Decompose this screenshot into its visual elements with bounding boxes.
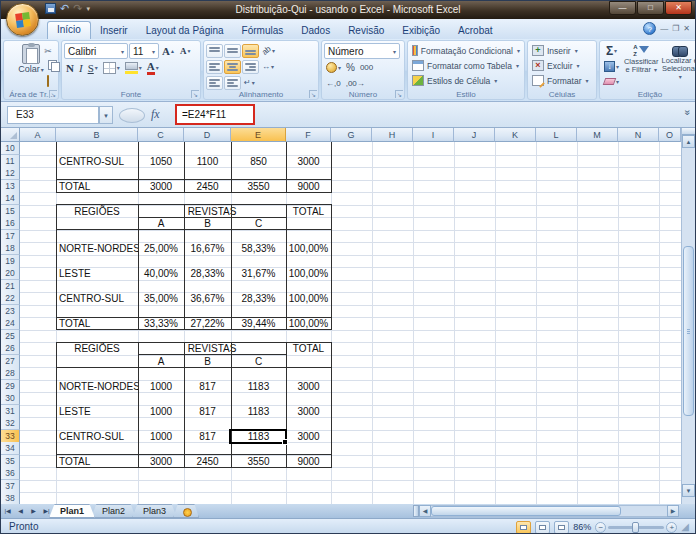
horizontal-scrollbar[interactable]: ◀ ▶ [413, 505, 679, 517]
zoom-in-icon[interactable]: + [666, 522, 677, 533]
vertical-scrollbar[interactable]: ▲ ▼ [681, 128, 695, 504]
shrink-font-button[interactable]: A▼ [178, 44, 193, 59]
font-name-select[interactable]: Calibri▾ [64, 43, 128, 59]
wrap-text-button[interactable]: ↵▾ [242, 75, 257, 90]
bold-button[interactable]: N [64, 60, 76, 75]
cell-F20[interactable]: 100,00% [286, 267, 331, 280]
row-header-30[interactable]: 30 [1, 392, 20, 405]
zoom-level[interactable]: 86% [573, 522, 591, 532]
alignment-dialog-launcher[interactable]: ↘ [309, 90, 317, 98]
cell-E31[interactable]: 1183 [231, 405, 286, 418]
font-size-select[interactable]: 11▾ [129, 43, 159, 59]
column-header-F[interactable]: F [286, 128, 331, 142]
qat-customize-icon[interactable]: ▾ [86, 5, 90, 13]
cell-F33[interactable]: 3000 [286, 430, 331, 443]
column-header-C[interactable]: C [138, 128, 184, 142]
formula-input[interactable]: =E24*F11 [175, 104, 255, 125]
column-header-G[interactable]: G [331, 128, 372, 142]
cell-D11[interactable]: 1100 [184, 155, 231, 168]
find-select-button[interactable]: Localizar e Selecionar ▾ [662, 43, 696, 88]
cell-E29[interactable]: 1183 [231, 380, 286, 393]
cell-B22[interactable]: CENTRO-SUL [56, 292, 138, 305]
decrease-indent-button[interactable] [206, 76, 223, 90]
cell-B11[interactable]: CENTRO-SUL [56, 155, 138, 168]
row-header-14[interactable]: 14 [1, 192, 20, 205]
align-center-button[interactable] [224, 60, 241, 74]
cell-D20[interactable]: 28,33% [184, 267, 231, 280]
workbook-close-button[interactable]: ✕ [683, 24, 690, 34]
cell-F11[interactable]: 3000 [286, 155, 331, 168]
cell-D31[interactable]: 817 [184, 405, 231, 418]
clear-button[interactable]: ▾ [602, 74, 621, 88]
merge-center-button[interactable]: ↔▾ [260, 59, 276, 74]
column-header-O[interactable]: O [659, 128, 681, 142]
tab-exibição[interactable]: Exibição [393, 22, 449, 39]
cell-B18[interactable]: NORTE-NORDESTE [56, 242, 138, 255]
cell-E18[interactable]: 58,33% [231, 242, 286, 255]
next-sheet-icon[interactable]: ▶ [27, 504, 40, 518]
align-top-button[interactable] [206, 44, 223, 58]
format-painter-icon[interactable] [41, 75, 55, 88]
scroll-up-icon[interactable]: ▲ [682, 135, 695, 148]
cell-B20[interactable]: LESTE [56, 267, 138, 280]
zoom-out-icon[interactable]: − [595, 522, 606, 533]
column-header-B[interactable]: B [56, 128, 138, 142]
column-header-E[interactable]: E [231, 128, 286, 142]
clipboard-dialog-launcher[interactable]: ↘ [49, 90, 57, 98]
cell-F22[interactable]: 100,00% [286, 292, 331, 305]
conditional-formatting-button[interactable]: Formatação Condicional▾ [410, 43, 522, 58]
sort-filter-button[interactable]: AZ Classificar e Filtrar ▾ [623, 43, 659, 88]
tab-fórmulas[interactable]: Fórmulas [233, 22, 293, 39]
vertical-scrollbar-thumb[interactable] [683, 246, 694, 416]
row-header-16[interactable]: 16 [1, 217, 20, 230]
column-header-A[interactable]: A [20, 128, 56, 142]
increase-indent-button[interactable] [224, 76, 241, 90]
cell-C11[interactable]: 1050 [138, 155, 184, 168]
font-color-button[interactable]: A▾ [145, 60, 161, 75]
column-header-L[interactable]: L [536, 128, 577, 142]
name-box[interactable]: E33 [7, 106, 99, 124]
zoom-slider-thumb[interactable] [632, 522, 639, 533]
fill-button[interactable]: ↓▾ [602, 59, 621, 73]
vertical-split-handle[interactable] [682, 128, 695, 135]
column-header-D[interactable]: D [184, 128, 231, 142]
italic-button[interactable]: I [77, 60, 85, 75]
row-header-22[interactable]: 22 [1, 292, 20, 305]
cell-D33[interactable]: 817 [184, 430, 231, 443]
fill-color-button[interactable]: ▾ [123, 60, 144, 75]
sheet-tab-plan3[interactable]: Plan3 [132, 504, 177, 518]
cell-styles-button[interactable]: Estilos de Célula▾ [410, 73, 522, 88]
tab-layout-da-página[interactable]: Layout da Página [137, 22, 233, 39]
cell-B31[interactable]: LESTE [56, 405, 138, 418]
close-button[interactable]: ✕ [665, 1, 692, 15]
cell-F29[interactable]: 3000 [286, 380, 331, 393]
number-format-select[interactable]: Número▾ [324, 43, 400, 59]
first-sheet-icon[interactable]: |◀ [1, 504, 14, 518]
tab-dados[interactable]: Dados [292, 22, 339, 39]
tab-revisão[interactable]: Revisão [339, 22, 393, 39]
normal-view-icon[interactable] [516, 521, 531, 534]
autosum-button[interactable]: Σ▾ [602, 43, 621, 58]
undo-icon[interactable]: ↶ [60, 3, 69, 14]
prev-sheet-icon[interactable]: ◀ [14, 504, 27, 518]
row-header-10[interactable]: 10 [1, 142, 20, 155]
cell-D18[interactable]: 16,67% [184, 242, 231, 255]
row-header-24[interactable]: 24 [1, 317, 20, 330]
cut-icon[interactable]: ✂ [41, 45, 55, 58]
cell-B29[interactable]: NORTE-NORDESTE [56, 380, 138, 393]
row-header-36[interactable]: 36 [1, 467, 20, 480]
tab-acrobat[interactable]: Acrobat [449, 22, 501, 39]
number-dialog-launcher[interactable]: ↘ [395, 90, 403, 98]
cell-B33[interactable]: CENTRO-SUL [56, 430, 138, 443]
cell-E22[interactable]: 28,33% [231, 292, 286, 305]
decrease-decimal-button[interactable]: ,00→ [344, 76, 367, 91]
cell-F15[interactable]: TOTAL [286, 205, 331, 218]
align-middle-button[interactable] [224, 44, 241, 58]
cell-E11[interactable]: 850 [231, 155, 286, 168]
cell-C33[interactable]: 1000 [138, 430, 184, 443]
column-header-M[interactable]: M [577, 128, 618, 142]
column-header-I[interactable]: I [413, 128, 454, 142]
page-break-view-icon[interactable] [554, 521, 569, 534]
insert-cells-button[interactable]: + Inserir▾ [530, 43, 594, 58]
expand-formula-bar-icon[interactable]: » [683, 110, 694, 116]
